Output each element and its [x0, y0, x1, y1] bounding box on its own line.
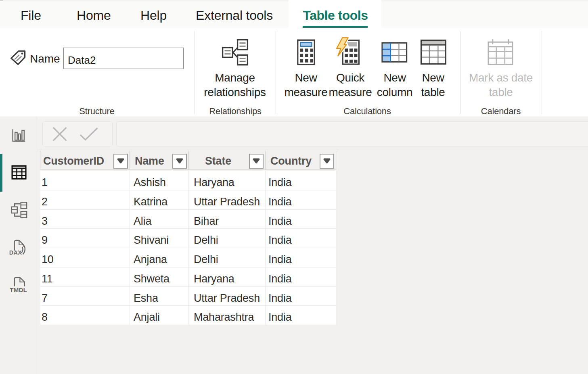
svg-text:DAX: DAX [9, 249, 22, 256]
svg-text:TMDL: TMDL [10, 286, 27, 293]
